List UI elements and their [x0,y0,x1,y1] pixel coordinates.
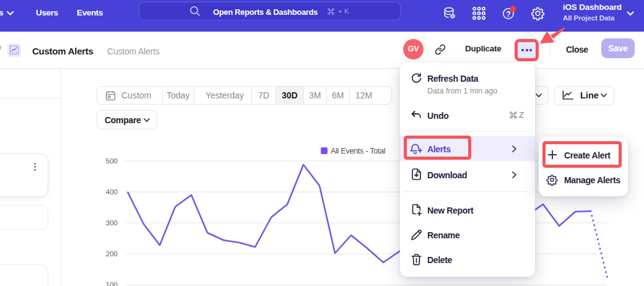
svg-text:200: 200 [106,250,118,258]
svg-text:?: ? [506,10,511,19]
svg-text:300: 300 [106,219,118,227]
svg-text:500: 500 [106,157,118,165]
svg-text:100: 100 [106,281,118,286]
svg-text:400: 400 [106,188,118,196]
